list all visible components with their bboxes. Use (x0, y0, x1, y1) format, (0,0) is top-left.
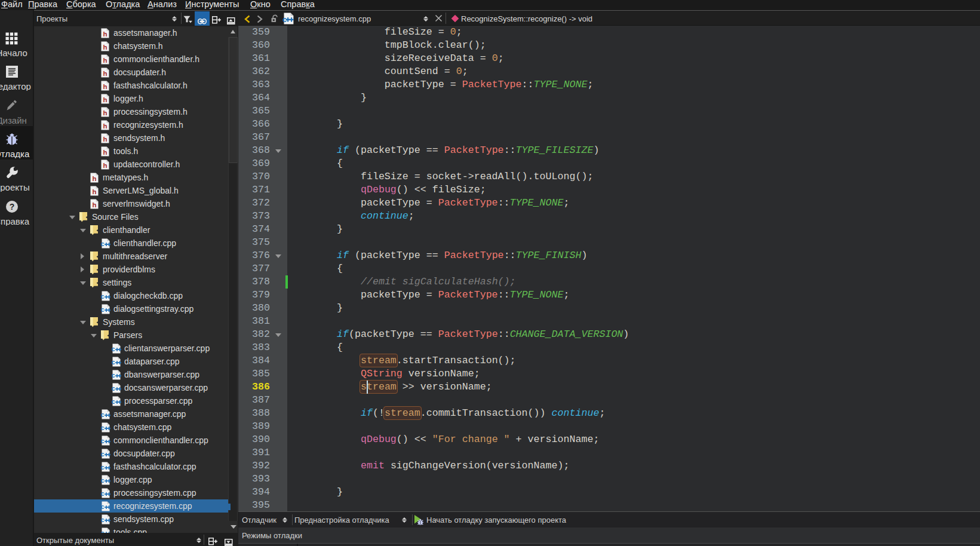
svg-text:c: c (101, 241, 105, 247)
svg-text:h: h (103, 96, 107, 103)
svg-text:?: ? (10, 202, 15, 211)
svg-text:h: h (103, 30, 107, 37)
svg-text:h: h (103, 56, 107, 63)
svg-text:c: c (101, 490, 105, 497)
svg-text:h: h (103, 69, 107, 76)
svg-text:h: h (103, 148, 107, 155)
svg-text:c: c (101, 477, 105, 484)
svg-text:c: c (101, 438, 105, 444)
svg-text:c: c (101, 412, 105, 418)
svg-text:h: h (92, 188, 96, 195)
svg-text:c: c (112, 385, 115, 392)
svg-text:h: h (103, 135, 107, 142)
svg-text:c: c (112, 346, 115, 352)
svg-text:c: c (112, 372, 115, 379)
svg-text:c: c (101, 293, 105, 300)
svg-text:c: c (101, 451, 105, 458)
svg-text:h: h (103, 43, 107, 50)
svg-text:h: h (103, 161, 107, 168)
svg-text:h: h (103, 82, 107, 90)
svg-text:h: h (103, 109, 107, 116)
svg-text:h: h (92, 201, 96, 208)
svg-text:c: c (112, 398, 115, 405)
svg-text:c: c (101, 464, 105, 471)
svg-text:c: c (101, 306, 105, 313)
svg-text:c: c (112, 359, 115, 366)
svg-text:h: h (103, 122, 107, 129)
svg-text:c: c (101, 504, 105, 510)
svg-text:h: h (92, 174, 96, 182)
svg-text:c: c (101, 517, 105, 523)
svg-text:c: c (101, 425, 105, 431)
